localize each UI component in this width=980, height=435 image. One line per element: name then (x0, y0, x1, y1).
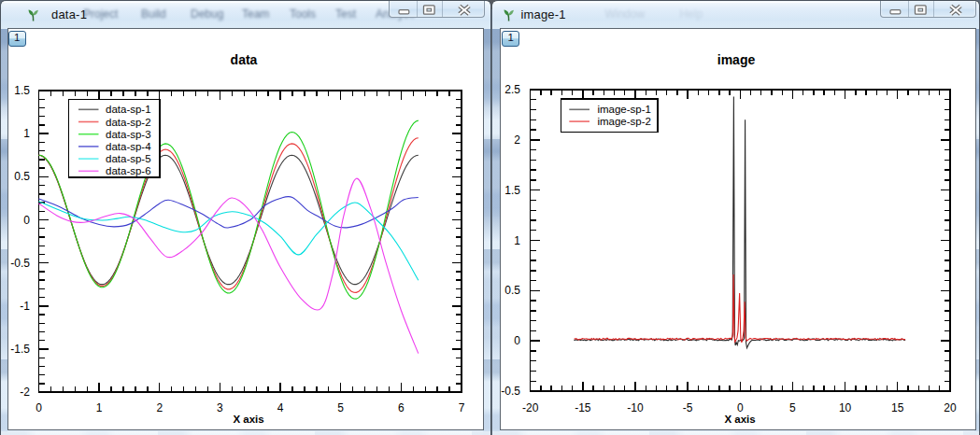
svg-text:0: 0 (23, 214, 30, 227)
svg-text:15: 15 (891, 401, 904, 414)
svg-text:image: image (717, 52, 756, 67)
svg-text:image-sp-1: image-sp-1 (597, 104, 651, 115)
svg-text:data-sp-6: data-sp-6 (106, 165, 151, 176)
svg-text:0.5: 0.5 (14, 170, 30, 183)
svg-text:1.5: 1.5 (14, 84, 30, 97)
svg-text:0: 0 (514, 334, 520, 347)
svg-text:image-sp-2: image-sp-2 (597, 116, 651, 127)
svg-text:2: 2 (514, 133, 520, 147)
svg-text:data-sp-5: data-sp-5 (106, 153, 151, 164)
svg-text:-2: -2 (20, 386, 30, 399)
svg-text:6: 6 (398, 401, 405, 414)
svg-text:7: 7 (459, 401, 465, 414)
svg-text:2.5: 2.5 (504, 83, 520, 96)
svg-text:X axis: X axis (233, 414, 263, 425)
svg-text:1: 1 (23, 127, 30, 140)
svg-text:-0.5: -0.5 (501, 385, 520, 398)
svg-text:-1: -1 (20, 300, 30, 313)
svg-text:data-sp-3: data-sp-3 (106, 129, 151, 140)
svg-text:data-sp-2: data-sp-2 (106, 117, 151, 128)
svg-text:20: 20 (944, 401, 957, 414)
svg-text:1: 1 (96, 401, 103, 414)
svg-text:4: 4 (277, 401, 284, 414)
svg-text:data: data (231, 52, 258, 67)
svg-text:0.5: 0.5 (504, 284, 520, 297)
svg-text:3: 3 (217, 401, 223, 414)
svg-text:-1.5: -1.5 (10, 343, 30, 356)
svg-text:10: 10 (839, 401, 852, 414)
svg-text:-5: -5 (683, 401, 693, 414)
svg-text:X axis: X axis (724, 414, 755, 425)
svg-text:-15: -15 (575, 401, 591, 414)
svg-text:1: 1 (514, 234, 520, 247)
svg-text:0: 0 (36, 401, 42, 414)
svg-text:5: 5 (337, 401, 344, 414)
svg-text:data-sp-4: data-sp-4 (106, 141, 151, 152)
svg-text:5: 5 (789, 401, 796, 414)
svg-text:-20: -20 (522, 401, 539, 414)
svg-text:data-sp-1: data-sp-1 (106, 104, 151, 115)
svg-text:-0.5: -0.5 (10, 257, 30, 270)
svg-text:0: 0 (737, 401, 744, 414)
svg-text:2: 2 (156, 401, 163, 414)
svg-text:1.5: 1.5 (504, 184, 520, 197)
svg-text:-10: -10 (627, 401, 644, 414)
